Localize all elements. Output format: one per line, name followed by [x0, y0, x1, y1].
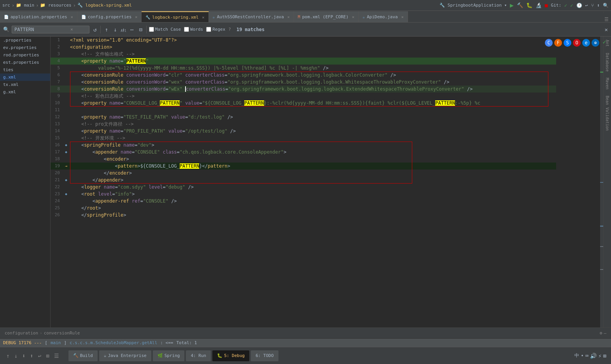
bottom-icon-table[interactable]: ⊞ [44, 352, 51, 360]
maven-panel-tab[interactable]: Maven [604, 75, 610, 93]
settings-icon[interactable]: ⚙ [600, 331, 602, 336]
minimize-icon[interactable]: — [604, 331, 606, 336]
find-words-button[interactable]: ⊟ [137, 26, 144, 33]
tab-close-4[interactable]: ✕ [352, 15, 354, 19]
git-check[interactable]: ✓ [564, 3, 567, 8]
tab-pom-xml[interactable]: M pom.xml (EFP_CORE) ✕ [294, 11, 359, 22]
find-input[interactable] [14, 27, 69, 32]
find-options-button[interactable]: ⋯ [129, 26, 135, 33]
tab-close-0[interactable]: ✕ [71, 15, 73, 19]
tab-close-3[interactable]: ✕ [287, 15, 290, 19]
sidebar-item-2[interactable]: rod.properties [0, 51, 50, 59]
git-revert[interactable]: ↩ [585, 3, 588, 8]
tab-close-1[interactable]: ✕ [135, 15, 137, 19]
git-branch[interactable]: ⑂ [591, 3, 594, 8]
regex-checkbox[interactable] [206, 27, 211, 32]
breadcrumb-src[interactable]: src [2, 3, 10, 8]
find-next-button[interactable]: ↓ [112, 26, 118, 33]
ie-icon[interactable]: e [582, 39, 590, 47]
layout-icon[interactable]: ⊞ [603, 353, 606, 359]
close-find-button[interactable]: ✕ [605, 26, 608, 33]
find-search-icon: 🔍 [3, 26, 9, 32]
sidebar-item-0[interactable]: .properties [0, 37, 50, 44]
match-case-checkbox[interactable] [149, 27, 154, 32]
words-checkbox[interactable] [184, 27, 189, 32]
bottom-tab-build[interactable]: 🔨 Build [68, 350, 98, 361]
breadcrumb-file[interactable]: 🔧 logback-spring.xml [77, 3, 132, 8]
bottom-icon-up2[interactable]: ⬆ [28, 352, 35, 360]
tab-close-2[interactable]: ✕ [202, 15, 205, 19]
firefox-icon[interactable]: F [554, 39, 562, 47]
database-panel-tab[interactable]: Database [604, 50, 610, 75]
tab-api-demo[interactable]: ☕ ApiDemo.java ✕ [359, 11, 408, 22]
git-history[interactable]: 🕐 [576, 3, 582, 8]
bottom-icon-down[interactable]: ↓ [12, 352, 19, 360]
bc-conversion-rule[interactable]: conversionRule [44, 331, 80, 336]
sidebar-item-5[interactable]: g.xml [0, 74, 50, 81]
tab-close-5[interactable]: ✕ [401, 15, 404, 19]
run-config[interactable]: 🔧 SpringbootApplication ▾ [439, 3, 507, 8]
bottom-icon-up[interactable]: ↑ [5, 352, 11, 360]
bottom-icon-down2[interactable]: ⬇ [21, 352, 27, 360]
more-tabs-button[interactable]: ☰ [604, 17, 609, 22]
java-enterprise-label: Java Enterprise [108, 353, 146, 358]
breadcrumb-resources[interactable]: 📁 resources [40, 3, 71, 8]
ime-icon[interactable]: 中 [574, 352, 579, 359]
status-main: main [51, 340, 61, 345]
sidebar-item-7[interactable]: g.xml [0, 88, 50, 96]
bottom-tab-todo[interactable]: 6: TODO [251, 350, 278, 361]
find-clear-button[interactable]: ✕ [70, 27, 73, 32]
code-line-26: 26 </springProfile> [51, 212, 556, 219]
bottom-icon-revert[interactable]: ↩ [37, 352, 43, 360]
more-icons[interactable]: • [581, 353, 583, 359]
regex-option[interactable]: Regex [206, 27, 225, 32]
file-ok-icon: ✓ [602, 38, 606, 46]
speaker-icon[interactable]: 🔊 [590, 353, 597, 359]
chrome-icon[interactable]: C [545, 39, 553, 47]
tab-config-properties[interactable]: 📄 config.properties ✕ [77, 11, 142, 22]
coverage-button[interactable]: 🔬 [536, 2, 542, 8]
sidebar-item-1[interactable]: ev.properties [0, 44, 50, 51]
code-line-6: 6 <conversionRule conversionWord="clr" c… [51, 72, 556, 79]
find-all-button[interactable]: ↓All [121, 26, 126, 33]
git-push[interactable]: ⬆ [597, 3, 600, 8]
find-prev-button[interactable]: ↑ [103, 26, 109, 33]
bottom-tab-java-enterprise[interactable]: ☕ Java Enterprise [99, 350, 151, 361]
keyboard-icon[interactable]: ⌨ [585, 353, 588, 359]
tab-application-properties[interactable]: 📄 application.properties ✕ [0, 11, 77, 22]
words-option[interactable]: Words [184, 27, 203, 32]
debug-button[interactable]: 🐛 [526, 2, 532, 8]
scrollbar[interactable] [600, 37, 603, 327]
edge-icon[interactable]: ⊕ [592, 39, 599, 47]
status-debug: DEBUG 17176 --- [3, 340, 42, 345]
find-sep2 [146, 26, 147, 33]
run-button[interactable]: ▶ [510, 2, 514, 9]
spring-icon: 🌿 [158, 353, 163, 358]
opera-icon[interactable]: O [573, 39, 581, 47]
find-options: Match Case Words Regex ? [149, 27, 231, 32]
power-icon[interactable]: ⚡ [598, 353, 601, 359]
bc-sep: › [40, 331, 42, 336]
bottom-tab-debug[interactable]: 🐛 5: Debug [212, 350, 249, 361]
safari-icon[interactable]: S [564, 39, 571, 47]
help-icon[interactable]: ? [228, 27, 231, 32]
bottom-icon-list[interactable]: ☰ [53, 352, 61, 360]
sidebar-item-3[interactable]: est.properties [0, 59, 50, 66]
build-button[interactable]: 🔨 [517, 2, 523, 8]
find-history-button[interactable]: ↺ [92, 26, 98, 33]
search-everywhere[interactable]: 🔍 [603, 3, 609, 8]
sidebar-item-6[interactable]: tx.xml [0, 81, 50, 88]
breadcrumb-main[interactable]: 📁 main [16, 3, 34, 8]
code-line-19: 19 → <pattern>${CONSOLE_LOG_PATTERN}</pa… [51, 163, 556, 170]
bean-validation-panel-tab[interactable]: Bean Validation [604, 93, 610, 134]
tab-auth-sso[interactable]: ☕ AuthSSORestController.java ✕ [209, 11, 294, 22]
code-container[interactable]: 1 <?xml version="1.0" encoding="UTF-8"?>… [51, 37, 611, 327]
sidebar-item-4[interactable]: ties [0, 66, 50, 74]
bottom-tab-spring[interactable]: 🌿 Spring [153, 350, 185, 361]
bc-configuration[interactable]: configuration [5, 331, 38, 336]
match-case-option[interactable]: Match Case [149, 27, 181, 32]
bottom-tab-run[interactable]: 4: Run [186, 350, 211, 361]
git-check2[interactable]: ✓ [570, 3, 573, 8]
tab-logback-spring-xml[interactable]: 🔧 logback-spring.xml ✕ [142, 11, 208, 22]
stop-button[interactable]: ■ [545, 2, 548, 8]
